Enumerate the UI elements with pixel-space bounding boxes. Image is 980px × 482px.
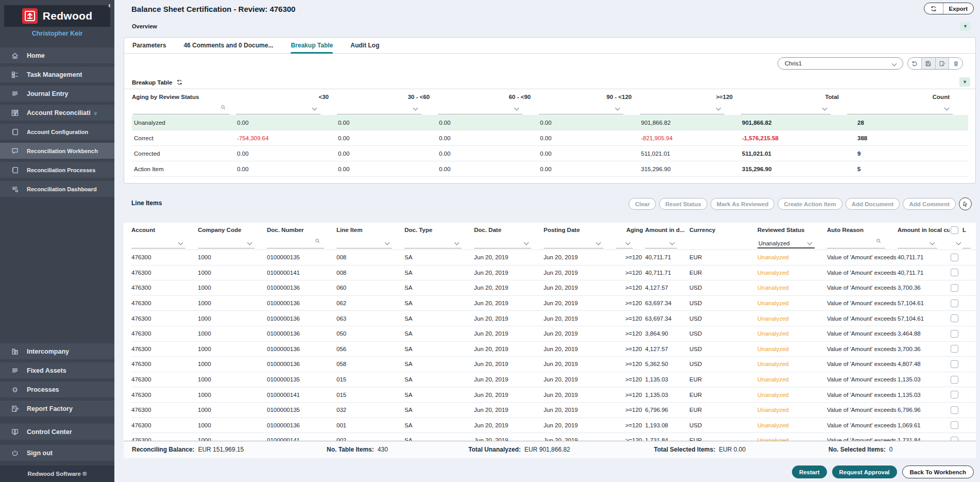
sidebar-collapse-icon[interactable]: ‹ bbox=[108, 1, 111, 9]
breakup-collapse-button[interactable]: ▼ bbox=[959, 77, 970, 87]
mark-as-reviewed-button[interactable]: Mark As Reviewed bbox=[711, 198, 775, 210]
back-to-workbench-button[interactable]: Back To Workbench bbox=[902, 466, 974, 478]
row-checkbox[interactable] bbox=[951, 391, 958, 398]
cell-aging: >=120 bbox=[616, 296, 645, 311]
refresh-button[interactable] bbox=[924, 3, 943, 14]
restart-button[interactable]: Restart bbox=[792, 466, 827, 478]
cell-doc-number: 0100000136 bbox=[267, 342, 336, 357]
line-item-row[interactable]: 47630010000100000136058SAJun 20, 2019Jun… bbox=[131, 357, 976, 372]
line-item-row[interactable]: 47630010000100000136001SAJun 20, 2019Jun… bbox=[131, 418, 976, 434]
sidebar-item-task-management[interactable]: Task Management bbox=[0, 67, 114, 82]
sidebar-item-reconciliation-workbench[interactable]: Reconciliation Workbench bbox=[0, 143, 114, 159]
tab-46-comments-and-0-docume[interactable]: 46 Comments and 0 Docume... bbox=[183, 38, 273, 53]
overview-panel: Parameters46 Comments and 0 Docume...Bre… bbox=[124, 37, 976, 184]
breakup-filter-1[interactable] bbox=[235, 104, 336, 115]
breakup-total-cell: 511,021.01 bbox=[740, 146, 846, 161]
row-checkbox[interactable] bbox=[951, 284, 958, 292]
breakup-filter-6[interactable] bbox=[740, 104, 846, 115]
create-action-item-button[interactable]: Create Action Item bbox=[778, 198, 842, 210]
refresh-icon[interactable] bbox=[176, 79, 183, 86]
line-item-row[interactable]: 47630010000100000135008SAJun 20, 2019Jun… bbox=[131, 250, 976, 265]
line-item-row[interactable]: 47630010000100000136060SAJun 20, 2019Jun… bbox=[131, 280, 976, 296]
filter-doc-number[interactable] bbox=[267, 237, 336, 250]
breakup-filter-2[interactable] bbox=[336, 104, 437, 115]
user-name[interactable]: Christopher Keir bbox=[0, 30, 114, 37]
select-all-checkbox[interactable] bbox=[951, 226, 958, 234]
filter-posting-date[interactable] bbox=[544, 237, 616, 250]
sidebar-item-journal-entry[interactable]: Journal Entry bbox=[0, 86, 114, 102]
row-checkbox[interactable] bbox=[951, 437, 958, 441]
sidebar-nav-bottom: IntercompanyFixed AssetsProcessesReport … bbox=[0, 343, 114, 461]
row-checkbox[interactable] bbox=[951, 269, 958, 276]
line-item-row[interactable]: 47630010000100000141002SAJun 20, 2019Jun… bbox=[131, 433, 976, 441]
export-button[interactable]: Export bbox=[943, 3, 973, 14]
overview-collapse-button[interactable]: ▼ bbox=[960, 22, 971, 31]
breakup-filter-3[interactable] bbox=[437, 104, 538, 115]
sidebar-item-reconciliation-dashboard[interactable]: Reconciliation Dashboard bbox=[0, 181, 114, 197]
breakup-total-cell: 901,866.82 bbox=[740, 115, 846, 130]
line-item-row[interactable]: 47630010000100000141008SAJun 20, 2019Jun… bbox=[131, 265, 976, 281]
breakup-filter-7[interactable] bbox=[846, 104, 968, 115]
row-checkbox[interactable] bbox=[951, 345, 958, 353]
filter-doc-type[interactable] bbox=[404, 237, 474, 250]
tab-audit-log[interactable]: Audit Log bbox=[350, 38, 379, 53]
line-item-row[interactable]: 47630010000100000136063SAJun 20, 2019Jun… bbox=[131, 311, 976, 326]
filter-amount-doc[interactable] bbox=[645, 237, 689, 250]
cell-l-col bbox=[962, 311, 976, 326]
sidebar-item-home[interactable]: Home bbox=[0, 47, 114, 63]
sidebar-item-report-factory[interactable]: Report Factory bbox=[0, 401, 114, 417]
tab-parameters[interactable]: Parameters bbox=[132, 38, 166, 53]
save-as-button[interactable] bbox=[935, 58, 949, 69]
clear-button[interactable]: Clear bbox=[629, 198, 656, 210]
cell-line-item: 062 bbox=[336, 296, 404, 311]
filter-account[interactable] bbox=[131, 237, 198, 250]
line-item-row[interactable]: 47630010000100000136056SAJun 20, 2019Jun… bbox=[131, 342, 976, 357]
row-checkbox[interactable] bbox=[951, 330, 958, 338]
filter-aging[interactable] bbox=[616, 237, 645, 250]
sidebar-item-fixed-assets[interactable]: Fixed Assets bbox=[0, 362, 114, 378]
breakup-filter-5[interactable] bbox=[639, 104, 740, 115]
sidebar-item-control-center[interactable]: Control Center bbox=[0, 424, 114, 440]
breakup-filter-4[interactable] bbox=[538, 104, 639, 115]
tab-breakup-table[interactable]: Breakup Table bbox=[291, 38, 333, 53]
filter-l-col[interactable] bbox=[962, 237, 976, 250]
filter-company-code[interactable] bbox=[198, 237, 267, 250]
cell-amount-doc: 4,127.57 bbox=[645, 280, 689, 296]
row-checkbox[interactable] bbox=[951, 254, 958, 261]
line-items-col-doc-number: Doc. Number bbox=[267, 223, 336, 237]
pointer-mode-button[interactable] bbox=[959, 197, 972, 210]
line-item-row[interactable]: 47630010000100000135015SAJun 20, 2019Jun… bbox=[131, 372, 976, 388]
filter-auto-reason[interactable] bbox=[827, 237, 898, 250]
line-item-row[interactable]: 47630010000100000136050SAJun 20, 2019Jun… bbox=[131, 326, 976, 342]
saved-view-select[interactable]: Chris1 bbox=[778, 57, 903, 70]
chevron-down-icon bbox=[808, 239, 812, 245]
row-checkbox[interactable] bbox=[951, 421, 958, 429]
add-document-button[interactable]: Add Document bbox=[846, 198, 900, 210]
reset-status-button[interactable]: Reset Status bbox=[659, 198, 707, 210]
line-item-row[interactable]: 47630010000100000141015SAJun 20, 2019Jun… bbox=[131, 387, 976, 403]
cell-company-code: 1000 bbox=[198, 280, 267, 296]
save-button[interactable] bbox=[921, 58, 935, 69]
request-approval-button[interactable]: Request Approval bbox=[832, 466, 897, 478]
breakup-filter-0[interactable] bbox=[132, 104, 235, 115]
sidebar-item-intercompany[interactable]: Intercompany bbox=[0, 343, 114, 359]
row-checkbox[interactable] bbox=[951, 360, 958, 368]
row-checkbox[interactable] bbox=[951, 406, 958, 414]
filter-line-item[interactable] bbox=[336, 237, 404, 250]
line-item-row[interactable]: 47630010000100000136062SAJun 20, 2019Jun… bbox=[131, 296, 976, 311]
row-checkbox[interactable] bbox=[951, 376, 958, 384]
filter-doc-date[interactable] bbox=[474, 237, 544, 250]
sidebar-item-account-configuration[interactable]: Account Configuration bbox=[0, 124, 114, 140]
sidebar-item-processes[interactable]: Processes bbox=[0, 381, 114, 397]
row-checkbox[interactable] bbox=[951, 314, 958, 322]
undo-button[interactable] bbox=[908, 58, 921, 69]
row-checkbox[interactable] bbox=[951, 300, 958, 307]
add-comment-button[interactable]: Add Comment bbox=[903, 198, 956, 210]
sidebar-item-reconciliation-processes[interactable]: Reconciliation Processes bbox=[0, 162, 114, 178]
sidebar-item-sign-out[interactable]: Sign out bbox=[0, 445, 114, 461]
delete-button[interactable] bbox=[949, 58, 962, 69]
filter-amount-local[interactable] bbox=[898, 237, 950, 250]
line-item-row[interactable]: 47630010000100000135032SAJun 20, 2019Jun… bbox=[131, 403, 976, 418]
sidebar-item-account-reconciliation[interactable]: Account Reconciliati∨ bbox=[0, 105, 114, 121]
filter-reviewed-status[interactable]: Unanalyzed bbox=[757, 237, 827, 250]
